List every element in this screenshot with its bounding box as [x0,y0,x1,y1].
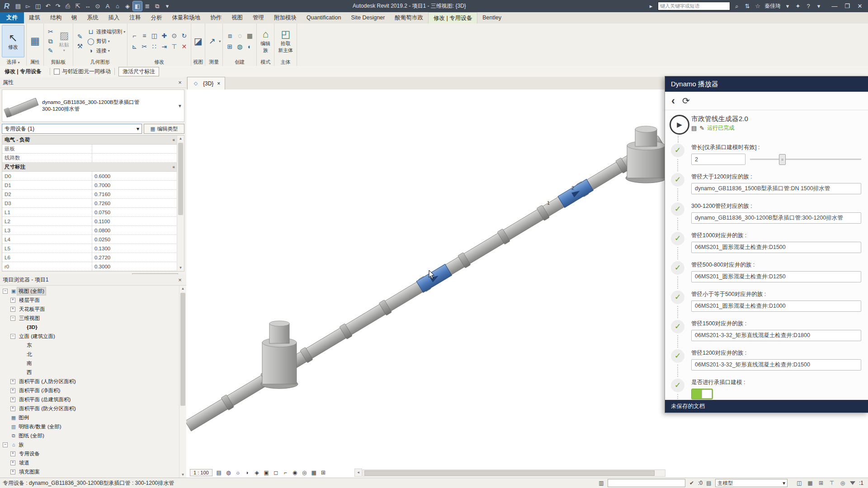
align-icon[interactable]: ⌐ [129,31,139,40]
ribbon-tab-16[interactable]: 修改 | 专用设备 [428,12,477,23]
edit-type-button[interactable]: ▦ 编辑类型 [144,124,184,134]
create-group-icon[interactable]: ⧈ [225,31,235,40]
edit-family-button[interactable]: ⌂ 编辑 族 [259,28,272,55]
tree-item-18[interactable]: +专用设备 [0,449,179,458]
cut-icon[interactable]: ✂ [46,27,56,36]
tree-item-15[interactable]: ▥明细表/数量 (全部) [0,422,179,431]
paint-icon[interactable]: ✎ [75,32,85,41]
filter-icon[interactable] [850,481,855,485]
press-drag-icon[interactable]: ⊞ [817,480,825,486]
tree-item-3[interactable]: −三维视图 [0,314,179,323]
property-value[interactable]: 0.6000 [92,174,177,179]
select-pinned-icon[interactable]: ⊤ [828,480,835,486]
match-type-icon[interactable]: ✎ [46,46,56,55]
expand-search-icon[interactable]: ▸ [647,3,655,9]
geometry-row-0[interactable]: ⊔连接端切割▾ [87,27,126,36]
dynamo-text-input-4[interactable] [691,271,861,282]
copy-to-clipboard-icon[interactable]: ⧉ [46,37,56,46]
ribbon-tab-15[interactable]: 酸葡萄市政 [390,12,428,23]
tree-item-7[interactable]: 北 [0,350,179,359]
redo-icon[interactable]: ↷ [53,1,62,11]
close-button[interactable]: ✕ [854,0,866,12]
search-icon[interactable]: ⌕ [733,3,741,10]
selected-pipe-segment-2[interactable] [558,179,593,207]
property-value[interactable]: 0.1100 [92,219,177,224]
array-icon[interactable]: ∷ [149,42,159,51]
expander-icon[interactable]: − [3,442,8,447]
save-icon[interactable]: ◫ [33,1,42,11]
measure-icon[interactable]: ↗ [207,37,217,46]
type-selector-preview[interactable]: dynamo_GB11836_300-1200B型承插口管 300-1200排水… [2,89,184,122]
ribbon-tab-14[interactable]: Site Designer [346,12,390,23]
dynamo-number-input-0[interactable] [691,154,745,165]
property-value[interactable]: 0.1300 [92,246,177,251]
rotate-icon[interactable]: ↻ [179,31,189,40]
pick-new-host-button[interactable]: ◰ 拾取 新主体 [276,28,295,55]
properties-close-icon[interactable]: × [176,79,184,86]
create-assembly-icon[interactable]: ▦ [245,31,255,40]
manhole-1[interactable] [261,321,298,389]
offset-icon[interactable]: ≡ [139,31,149,40]
unlocked-3d-view-icon[interactable]: ⌐ [281,469,290,477]
expander-icon[interactable]: + [10,397,15,402]
ribbon-tab-2[interactable]: 结构 [45,12,66,23]
project-browser-scrollbar[interactable]: ▲ ▼ [179,286,186,478]
tree-item-14[interactable]: ▦图例 [0,413,179,422]
expander-icon[interactable]: − [10,334,15,339]
slider-handle[interactable]: ≡ [779,154,786,165]
render-icon[interactable]: ◈ [123,1,132,11]
dynamo-text-input-6[interactable] [691,330,861,341]
group-label-select[interactable]: 选择 ▾ [0,59,26,66]
worksets-icon[interactable]: ▥ [598,480,605,486]
edit-in-dynamo-icon[interactable]: ✎ [699,125,704,131]
back-icon[interactable]: ‹ [671,96,675,105]
default-3d-view-icon[interactable]: ⌂ [113,1,122,11]
tree-item-17[interactable]: −⌂族 [0,440,179,449]
file-tabs-icon[interactable]: ▤ [14,1,23,11]
expander-icon[interactable]: − [10,316,15,321]
reveal-hidden-elements-icon[interactable]: ◎ [300,469,309,477]
measure-icon[interactable]: ⇱ [73,1,82,11]
help-search-input[interactable]: 键入关键字或短语 [658,2,730,10]
dynamo-text-input-5[interactable] [691,300,861,312]
view-scale-button[interactable]: 1 : 100 [190,469,212,476]
ribbon-tab-1[interactable]: 建筑 [24,12,45,23]
property-value[interactable]: 0.0250 [92,237,177,242]
scroll-left-icon[interactable]: ◂ [354,469,362,477]
help-icon[interactable]: ? [804,3,812,9]
dynamo-text-input-1[interactable] [691,183,861,194]
tree-item-9[interactable]: 西 [0,368,179,377]
ribbon-tab-12[interactable]: 附加模块 [269,12,302,23]
detail-level-icon[interactable]: ▤ [215,469,223,477]
run-script-button[interactable]: ▶ [670,115,689,135]
tree-item-2[interactable]: +天花板平面 [0,305,179,314]
tree-item-20[interactable]: +填充图案 [0,467,179,476]
split-icon[interactable]: ✂ [139,42,149,51]
rendering-dialog-icon[interactable]: ◈ [253,469,261,477]
scroll-down-icon[interactable]: ▼ [177,265,184,271]
refresh-icon[interactable]: ⟳ [682,95,690,106]
properties-panel-header[interactable]: 属性 × [0,77,186,88]
sign-in-sync-icon[interactable]: ⇅ [743,3,751,10]
aligned-dimension-icon[interactable]: ↔ [83,1,92,11]
expander-icon[interactable]: − [3,289,8,294]
tree-item-5[interactable]: −立面 (建筑立面) [0,332,179,341]
ribbon-tab-10[interactable]: 视图 [226,12,248,23]
undo-icon[interactable]: ↶ [43,1,52,11]
ribbon-tab-7[interactable]: 分析 [146,12,167,23]
ribbon-tab-0[interactable]: 文件 [0,12,24,23]
category-filter-select[interactable]: 专用设备 (1) ▾ [2,124,142,134]
copy-icon[interactable]: ⊙ [169,31,179,40]
property-value[interactable]: 0.0750 [92,210,177,215]
tree-item-12[interactable]: +面积平面 (总建筑面积) [0,395,179,404]
create-parts-icon[interactable]: ⊞ [225,42,235,51]
tree-item-13[interactable]: +面积平面 (防火分区面积) [0,404,179,413]
pipe-run[interactable] [186,136,665,432]
trim-icon[interactable]: ⊾ [129,42,139,51]
dynamo-text-input-3[interactable] [691,242,861,253]
show-constraints-icon[interactable]: ⊞ [319,469,328,477]
ribbon-tab-11[interactable]: 管理 [248,12,269,23]
ribbon-tab-8[interactable]: 体量和场地 [167,12,206,23]
create-view-icon[interactable]: ◍ [235,42,245,51]
dynamo-text-input-2[interactable] [691,212,861,224]
